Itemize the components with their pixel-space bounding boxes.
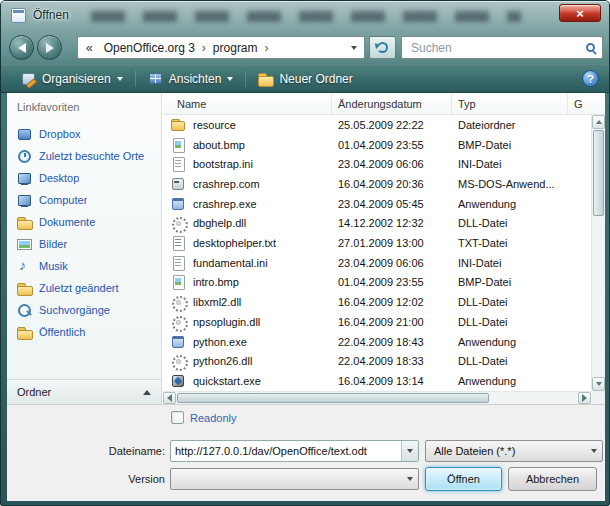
file-row[interactable]: fundamental.ini 23.04.2009 06:06 INI-Dat… bbox=[163, 253, 591, 273]
breadcrumb-separator[interactable]: › bbox=[200, 41, 208, 55]
file-row[interactable]: desktophelper.txt 27.01.2009 13:00 TXT-D… bbox=[163, 233, 591, 253]
file-row[interactable]: crashrep.exe 23.04.2009 05:45 Anwendung bbox=[163, 194, 591, 214]
search-input[interactable] bbox=[409, 40, 586, 56]
forward-button[interactable] bbox=[37, 35, 62, 60]
file-date: 22.04.2009 18:43 bbox=[338, 336, 458, 348]
search-folder-icon bbox=[17, 303, 32, 318]
file-type-icon bbox=[171, 374, 185, 388]
readonly-option[interactable]: Readonly bbox=[171, 411, 236, 424]
organize-button[interactable]: Organisieren bbox=[11, 69, 133, 89]
views-button[interactable]: Ansichten bbox=[138, 69, 244, 89]
horizontal-scroll-thumb[interactable] bbox=[177, 393, 489, 403]
titlebar[interactable]: Öffnen × bbox=[1, 1, 609, 31]
file-name: intro.bmp bbox=[193, 276, 338, 288]
new-folder-button[interactable]: Neuer Ordner bbox=[248, 69, 362, 89]
open-button[interactable]: Öffnen bbox=[425, 467, 502, 491]
sidebar-item-pictures[interactable]: Bilder bbox=[7, 233, 161, 255]
file-row[interactable]: npsoplugin.dll 16.04.2009 21:00 DLL-Date… bbox=[163, 312, 591, 332]
file-row[interactable]: libxml2.dll 16.04.2009 12:02 DLL-Datei bbox=[163, 292, 591, 312]
folders-expander[interactable]: Ordner bbox=[7, 379, 161, 404]
computer-icon bbox=[17, 193, 32, 208]
scroll-up-button[interactable] bbox=[592, 115, 605, 129]
sidebar-item-computer[interactable]: Computer bbox=[7, 189, 161, 211]
scroll-right-button[interactable] bbox=[578, 392, 591, 404]
readonly-checkbox[interactable] bbox=[171, 411, 184, 424]
search-box[interactable] bbox=[401, 36, 603, 59]
breadcrumb-dropdown[interactable] bbox=[346, 37, 362, 58]
file-type: DLL-Datei bbox=[458, 296, 591, 308]
column-header-type[interactable]: Typ bbox=[452, 93, 568, 114]
breadcrumb-separator[interactable]: › bbox=[263, 41, 271, 55]
file-row[interactable]: bootstrap.ini 23.04.2009 06:06 INI-Datei bbox=[163, 154, 591, 174]
navigation-bar: « OpenOffice.org 3 › program › bbox=[1, 31, 609, 64]
file-row[interactable]: python.exe 22.04.2009 18:43 Anwendung bbox=[163, 332, 591, 352]
file-date: 16.04.2009 13:14 bbox=[338, 375, 458, 387]
refresh-button[interactable] bbox=[369, 36, 396, 59]
new-folder-label: Neuer Ordner bbox=[279, 72, 352, 86]
sidebar-item-label: Bilder bbox=[39, 238, 67, 250]
breadcrumb[interactable]: « OpenOffice.org 3 › program › bbox=[77, 36, 365, 59]
sidebar-item-recent-places[interactable]: Zuletzt besuchte Orte bbox=[7, 145, 161, 167]
file-date: 01.04.2009 23:55 bbox=[338, 276, 458, 288]
filetype-value: Alle Dateien (*.*) bbox=[434, 445, 515, 457]
horizontal-scrollbar[interactable] bbox=[163, 391, 591, 404]
music-note-icon bbox=[17, 259, 32, 274]
sidebar-item-music[interactable]: Musik bbox=[7, 255, 161, 277]
sidebar-item-label: Musik bbox=[39, 260, 68, 272]
file-date: 01.04.2009 23:55 bbox=[338, 139, 458, 151]
sidebar-item-label: Dropbox bbox=[39, 128, 81, 140]
file-list: Name Änderungsdatum Typ G resource 25.05… bbox=[163, 93, 605, 404]
help-button[interactable]: ? bbox=[582, 70, 599, 87]
new-folder-icon bbox=[258, 72, 273, 86]
vertical-scrollbar[interactable] bbox=[591, 115, 605, 391]
version-select[interactable] bbox=[170, 468, 419, 490]
filename-input[interactable] bbox=[171, 445, 401, 457]
sidebar-item-public[interactable]: Öffentlich bbox=[7, 321, 161, 343]
file-name: crashrep.com bbox=[193, 178, 338, 190]
sidebar-item-searches[interactable]: Suchvorgänge bbox=[7, 299, 161, 321]
file-type: DLL-Datei bbox=[458, 217, 591, 229]
file-row[interactable]: about.bmp 01.04.2009 23:55 BMP-Datei bbox=[163, 135, 591, 155]
clock-icon bbox=[17, 149, 32, 164]
back-button[interactable] bbox=[9, 35, 34, 60]
desktop-icon bbox=[17, 171, 32, 186]
column-header-name[interactable]: Name bbox=[163, 93, 332, 114]
file-type-icon bbox=[171, 354, 185, 368]
file-name: python26.dll bbox=[193, 355, 338, 367]
file-row[interactable]: intro.bmp 01.04.2009 23:55 BMP-Datei bbox=[163, 273, 591, 293]
version-dropdown-button[interactable] bbox=[401, 469, 418, 489]
chevron-down-icon bbox=[227, 77, 233, 81]
open-file-dialog: Öffnen × « OpenOffice.org 3 › program › bbox=[0, 0, 610, 506]
file-type-icon bbox=[171, 118, 185, 132]
chevron-down-icon bbox=[407, 449, 413, 453]
filename-dropdown-button[interactable] bbox=[401, 441, 418, 461]
chevron-up-icon bbox=[143, 390, 151, 395]
organize-label: Organisieren bbox=[42, 72, 111, 86]
arrow-down-icon bbox=[596, 382, 602, 386]
vertical-scroll-thumb[interactable] bbox=[593, 130, 604, 216]
chevron-down-icon bbox=[117, 77, 123, 81]
breadcrumb-item-openoffice[interactable]: OpenOffice.org 3 bbox=[99, 41, 200, 55]
file-row[interactable]: dbghelp.dll 14.12.2002 12:32 DLL-Datei bbox=[163, 214, 591, 234]
scroll-down-button[interactable] bbox=[592, 377, 605, 391]
cancel-button[interactable]: Abbrechen bbox=[508, 467, 597, 491]
filetype-dropdown-button[interactable] bbox=[585, 441, 602, 461]
breadcrumb-item-program[interactable]: program bbox=[208, 41, 263, 55]
file-type: DLL-Datei bbox=[458, 355, 591, 367]
scroll-left-button[interactable] bbox=[163, 392, 176, 404]
file-type-icon bbox=[171, 177, 185, 191]
file-row[interactable]: resource 25.05.2009 22:22 Dateiordner bbox=[163, 115, 591, 135]
file-row[interactable]: crashrep.com 16.04.2009 20:36 MS-DOS-Anw… bbox=[163, 174, 591, 194]
sidebar-item-documents[interactable]: Dokumente bbox=[7, 211, 161, 233]
organize-icon bbox=[21, 72, 36, 86]
close-button[interactable]: × bbox=[559, 4, 601, 22]
breadcrumb-overflow-chevrons[interactable]: « bbox=[80, 41, 99, 55]
sidebar-item-recently-changed[interactable]: Zuletzt geändert bbox=[7, 277, 161, 299]
column-header-size[interactable]: G bbox=[568, 93, 605, 114]
sidebar-item-dropbox[interactable]: Dropbox bbox=[7, 123, 161, 145]
column-header-date-modified[interactable]: Änderungsdatum bbox=[332, 93, 452, 114]
file-row[interactable]: python26.dll 22.04.2009 18:33 DLL-Datei bbox=[163, 351, 591, 371]
filetype-select[interactable]: Alle Dateien (*.*) bbox=[425, 440, 603, 462]
sidebar-item-desktop[interactable]: Desktop bbox=[7, 167, 161, 189]
file-row[interactable]: quickstart.exe 16.04.2009 13:14 Anwendun… bbox=[163, 371, 591, 391]
